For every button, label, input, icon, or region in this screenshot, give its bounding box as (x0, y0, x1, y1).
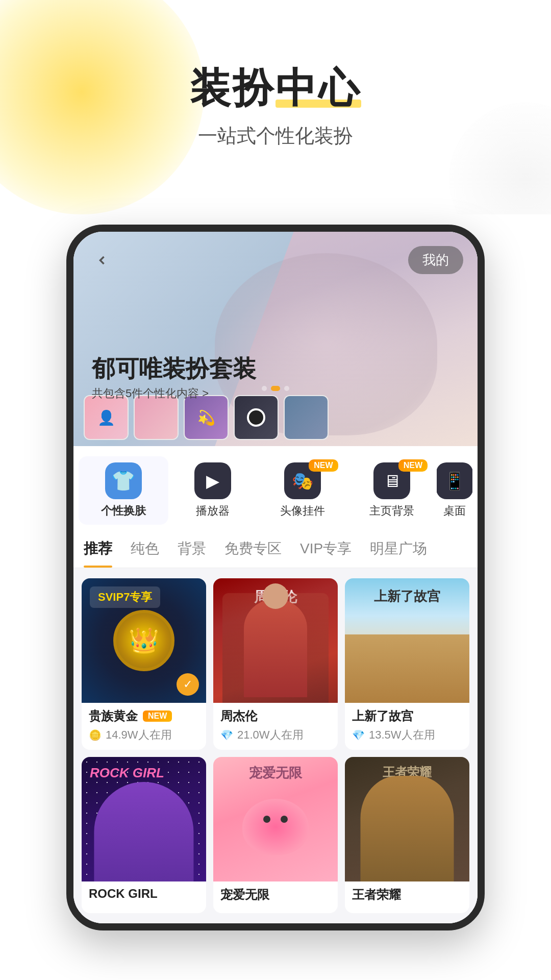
card-rock-name-row: ROCK GIRL (89, 887, 199, 901)
phone-frame: 我的 郁可唯装扮套装 共包含5件个性化内容 > 👤 💫 (66, 225, 485, 930)
card-jay-users: 💎 21.0W人在用 (220, 727, 331, 743)
thumbnail-3[interactable]: 💫 (184, 395, 229, 440)
pet-eyes (263, 816, 288, 823)
thumb-landscape-bg (285, 396, 328, 439)
thumbnail-2[interactable] (134, 395, 179, 440)
page-subtitle: 一站式个性化装扮 (198, 123, 353, 149)
homebg-icon: 🖥 (383, 471, 400, 491)
palace-title-text: 上新了故宫 (374, 587, 440, 605)
page-title: 装扮中心 (190, 66, 361, 111)
dot-3 (284, 386, 289, 391)
card-jay-chou[interactable]: 周杰伦 周杰伦 (213, 578, 338, 750)
person-head (263, 583, 288, 609)
card-pet-info: 宠爱无限 (213, 881, 338, 913)
dot-1 (262, 386, 267, 391)
nav-item-player[interactable]: ▶ 播放器 (168, 456, 258, 525)
diamond-icon-jay: 💎 (220, 729, 233, 741)
jay-users-count: 21.0W人在用 (237, 727, 304, 743)
card-rock-name: ROCK GIRL (89, 887, 158, 901)
nav-icons-bar: 👕 个性换肤 ▶ 播放器 NEW 🎭 头像挂件 (73, 446, 478, 530)
camera-icon (247, 408, 265, 427)
card-king-image: 王者荣耀 (345, 757, 469, 881)
my-button[interactable]: 我的 (408, 246, 463, 274)
pet-eye-right (281, 816, 288, 823)
pet-eye-left (263, 816, 270, 823)
card-palace[interactable]: 上新了故宫 上新了故宫 💎 13.5W人在用 (345, 578, 469, 750)
phone-screen: 我的 郁可唯装扮套装 共包含5件个性化内容 > 👤 💫 (73, 232, 478, 923)
card-palace-users: 💎 13.5W人在用 (352, 727, 462, 743)
card-palace-name: 上新了故宫 (352, 708, 413, 724)
pet-text: 宠爱无限 (249, 764, 302, 782)
card-rock-info: ROCK GIRL (82, 881, 206, 911)
skin-label: 个性换肤 (101, 503, 146, 519)
desktop-icon: 📱 (444, 471, 465, 491)
card-noble-gold-info: 贵族黄金 NEW 🪙 14.9W人在用 (82, 703, 206, 750)
dot-2 (271, 386, 280, 391)
card-king-bg: 王者荣耀 (345, 757, 469, 881)
back-button[interactable] (88, 246, 116, 275)
tab-vip[interactable]: VIP专享 (300, 530, 352, 568)
thumbnail-1[interactable]: 👤 (84, 395, 129, 440)
thumbnail-5[interactable] (284, 395, 329, 440)
card-pet-love[interactable]: 宠爱无限 宠爱无限 (213, 757, 338, 913)
card-palace-info: 上新了故宫 💎 13.5W人在用 (345, 703, 469, 750)
nav-item-homebg[interactable]: NEW 🖥 主页背景 (347, 456, 437, 525)
nav-item-desktop[interactable]: 📱 桌面 (437, 456, 472, 525)
card-king-name-row: 王者荣耀 (352, 887, 462, 903)
card-jay-bg: 周杰伦 (213, 578, 338, 703)
card-jay-name-row: 周杰伦 (220, 708, 331, 724)
banner-subtitle: 共包含5件个性化内容 > (92, 386, 209, 401)
player-icon-bg: ▶ (194, 462, 231, 499)
desktop-icon-bg: 📱 (437, 462, 472, 499)
banner-area: 我的 郁可唯装扮套装 共包含5件个性化内容 > 👤 💫 (73, 232, 478, 446)
thumbnail-4[interactable] (234, 395, 279, 440)
skin-icon-bg: 👕 (105, 462, 142, 499)
thumb-purple-bg: 💫 (185, 396, 228, 439)
card-palace-image: 上新了故宫 (345, 578, 469, 703)
cards-grid: SVIP7专享 👑 ✓ 贵族黄金 NEW (82, 578, 469, 913)
card-gold-arrow: ✓ (177, 673, 199, 696)
title-char-1: 装扮 (190, 65, 276, 111)
hero-section: 装扮中心 一站式个性化装扮 (0, 0, 551, 214)
title-char-2: 中心 (276, 66, 361, 111)
banner-title: 郁可唯装扮套装 (92, 353, 256, 385)
card-king-name: 王者荣耀 (352, 887, 401, 903)
person-silhouette (244, 599, 307, 697)
thumb-dark-bg (235, 396, 278, 439)
thumb-avatar-icon: 👤 (85, 396, 128, 439)
card-noble-gold-name: 贵族黄金 (89, 708, 138, 724)
card-pet-name: 宠爱无限 (220, 887, 269, 903)
rock-girl-text: ROCK GIRL (90, 765, 164, 781)
nav-item-avatar[interactable]: NEW 🎭 头像挂件 (258, 456, 347, 525)
player-icon: ▶ (206, 471, 219, 491)
card-rock-girl[interactable]: ROCK GIRL ROCK GIRL (82, 757, 206, 913)
avatar-icon: 🎭 (292, 471, 313, 491)
tab-bg[interactable]: 背景 (178, 530, 206, 568)
card-rock-bg: ROCK GIRL (82, 757, 206, 881)
thumb-pink-bg (135, 396, 178, 439)
palace-users-count: 13.5W人在用 (369, 727, 435, 743)
card-jay-name: 周杰伦 (220, 708, 257, 724)
card-king-info: 王者荣耀 (345, 881, 469, 913)
gold-coin-icon: 🪙 (89, 729, 102, 741)
noble-gold-users-count: 14.9W人在用 (106, 727, 172, 743)
phone-wrapper: 我的 郁可唯装扮套装 共包含5件个性化内容 > 👤 💫 (0, 225, 551, 930)
card-king-glory[interactable]: 王者荣耀 王者荣耀 (345, 757, 469, 913)
card-pet-image: 宠爱无限 (213, 757, 338, 881)
thumbnail-strip: 👤 💫 (84, 395, 467, 440)
tab-recommend[interactable]: 推荐 (84, 530, 112, 568)
tab-solid[interactable]: 纯色 (131, 530, 159, 568)
card-noble-gold[interactable]: SVIP7专享 👑 ✓ 贵族黄金 NEW (82, 578, 206, 750)
noble-gold-new-tag: NEW (143, 710, 172, 722)
card-jay-image: 周杰伦 (213, 578, 338, 703)
homebg-new-badge: NEW (398, 459, 428, 472)
rock-girl-figure (94, 782, 193, 881)
tab-free[interactable]: 免费专区 (224, 530, 282, 568)
tab-star[interactable]: 明星广场 (370, 530, 427, 568)
avatar-label: 头像挂件 (280, 503, 325, 519)
emblem-crown-icon: 👑 (129, 626, 159, 655)
player-label: 播放器 (196, 503, 230, 519)
card-palace-name-row: 上新了故宫 (352, 708, 462, 724)
nav-item-skin[interactable]: 👕 个性换肤 (79, 456, 168, 525)
card-jay-info: 周杰伦 💎 21.0W人在用 (213, 703, 338, 750)
